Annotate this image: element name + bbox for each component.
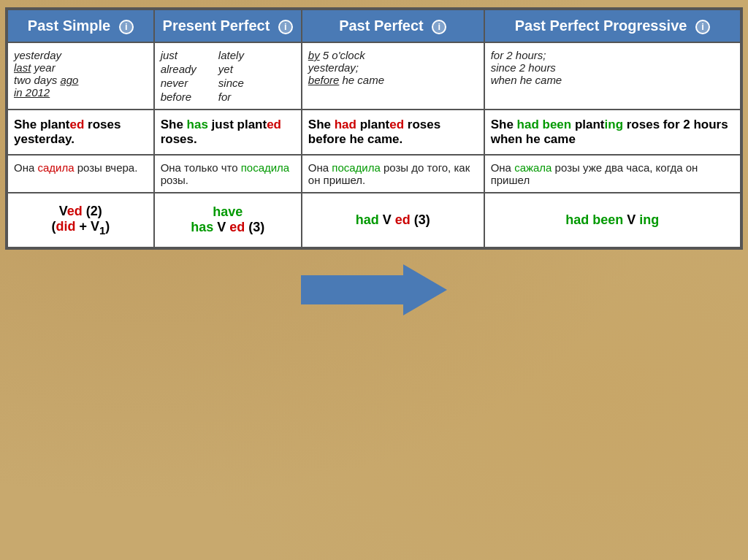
svg-marker-0 — [301, 264, 447, 315]
info-icon-3[interactable]: i — [432, 20, 446, 34]
time-expressions-row: yesterday last year two days ago in 2012… — [7, 42, 741, 110]
header-past-simple-label: Past Simple — [28, 18, 110, 34]
header-past-perfect-label: Past Perfect — [339, 18, 424, 34]
header-past-perfect-progressive-label: Past Perfect Progressive — [515, 18, 687, 34]
russian-past-perfect-progressive: Она сажала розы уже два часа, когда он п… — [484, 155, 741, 193]
example-past-perfect: She had planted roses before he came. — [302, 110, 484, 155]
time-past-simple-words: yesterday last year two days ago in 2012 — [14, 49, 148, 99]
header-row: Past Simple i Present Perfect i Past Per… — [7, 9, 741, 42]
russian-present-perfect: Она только что посадила розы. — [154, 155, 302, 193]
russian-translation-row: Она садила розы вчера. Она только что по… — [7, 155, 741, 193]
example-past-perfect-progressive: She had been planting roses for 2 hours … — [484, 110, 741, 155]
time-past-perfect-progressive: for 2 hours; since 2 hours when he came — [484, 42, 741, 110]
info-icon-1[interactable]: i — [119, 20, 134, 34]
header-present-perfect: Present Perfect i — [154, 9, 302, 42]
example-past-simple: She planted roses yesterday. — [7, 110, 154, 155]
arrow-container — [7, 261, 741, 319]
example-sentences-row: She planted roses yesterday. She has jus… — [7, 110, 741, 155]
formula-past-perfect-progressive: had been V ing — [484, 193, 741, 248]
russian-past-perfect: Она посадила розы до того, как он пришел… — [302, 155, 484, 193]
header-past-simple: Past Simple i — [7, 9, 154, 42]
header-past-perfect-progressive: Past Perfect Progressive i — [484, 9, 741, 42]
header-present-perfect-label: Present Perfect — [163, 18, 270, 34]
time-past-simple: yesterday last year two days ago in 2012 — [7, 42, 154, 110]
time-past-perfect: by 5 o'clock yesterday; before he came — [302, 42, 484, 110]
example-present-perfect: She has just planted roses. — [154, 110, 302, 155]
info-icon-4[interactable]: i — [695, 20, 710, 34]
header-past-perfect: Past Perfect i — [302, 9, 484, 42]
formula-past-perfect: had V ed (3) — [302, 193, 484, 248]
formula-present-perfect: have has V ed (3) — [154, 193, 302, 248]
time-present-perfect: just already never before lately yet sin… — [154, 42, 302, 110]
formula-past-simple: Ved (2) (did + V1) — [7, 193, 154, 248]
russian-past-simple: Она садила розы вчера. — [7, 155, 154, 193]
info-icon-2[interactable]: i — [278, 20, 293, 34]
grammar-table: Past Simple i Present Perfect i Past Per… — [5, 7, 743, 250]
direction-arrow — [294, 261, 454, 319]
formula-row: Ved (2) (did + V1) have has V ed (3) had… — [7, 193, 741, 248]
